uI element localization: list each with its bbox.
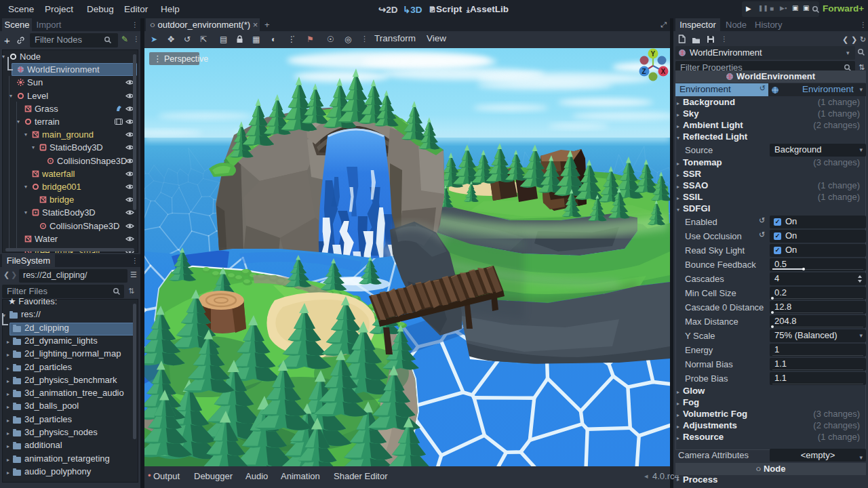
svg-text:⋮ Perspective: ⋮ Perspective xyxy=(153,54,208,64)
svg-text:X: X xyxy=(661,68,666,75)
svg-text:Y: Y xyxy=(651,50,656,58)
svg-text:Z: Z xyxy=(642,68,646,75)
